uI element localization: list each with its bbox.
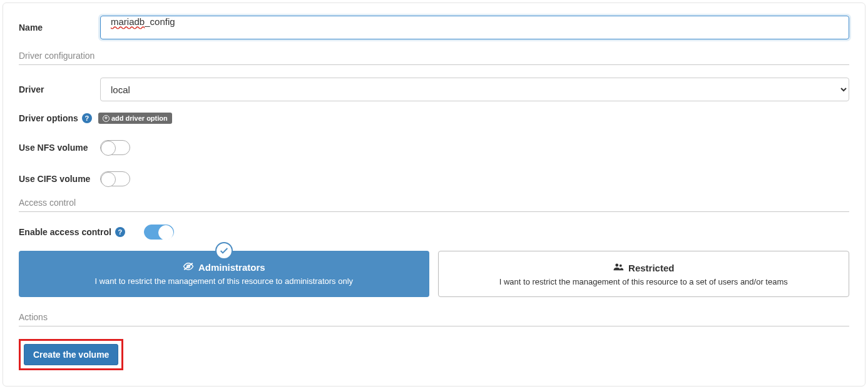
nfs-row: Use NFS volume	[19, 140, 849, 155]
enable-access-label: Enable access control	[19, 227, 111, 237]
access-card-administrators[interactable]: Administrators I want to restrict the ma…	[19, 251, 429, 297]
access-options-row: Administrators I want to restrict the ma…	[19, 251, 849, 297]
name-row: Name mariadb_config	[19, 16, 849, 39]
card-desc-text: I want to restrict the management of thi…	[446, 277, 842, 286]
driver-row: Driver local	[19, 78, 849, 101]
check-icon	[215, 242, 233, 260]
card-desc-text: I want to restrict the management of thi…	[26, 276, 422, 286]
cifs-row: Use CIFS volume	[19, 171, 849, 186]
plus-icon: +	[103, 115, 110, 122]
help-icon[interactable]: ?	[82, 113, 92, 123]
cifs-label: Use CIFS volume	[19, 174, 100, 184]
nfs-label: Use NFS volume	[19, 143, 100, 153]
access-card-restricted[interactable]: Restricted I want to restrict the manage…	[438, 251, 850, 297]
card-title-text: Restricted	[628, 263, 674, 273]
highlight-box: Create the volume	[19, 339, 123, 370]
users-icon	[613, 263, 624, 273]
name-input[interactable]: mariadb_config	[100, 16, 849, 39]
driver-label: Driver	[19, 84, 100, 94]
help-icon[interactable]: ?	[115, 227, 125, 237]
name-label: Name	[19, 23, 100, 33]
access-control-header: Access control	[19, 198, 849, 212]
volume-form-panel: Name mariadb_config Driver configuration…	[3, 3, 865, 386]
enable-access-row: Enable access control ?	[19, 225, 849, 240]
cifs-toggle[interactable]	[100, 171, 130, 186]
create-volume-button[interactable]: Create the volume	[24, 344, 118, 365]
add-driver-option-button[interactable]: + add driver option	[98, 113, 172, 124]
svg-point-3	[620, 265, 622, 267]
driver-options-label: Driver options	[19, 113, 78, 123]
eye-slash-icon	[183, 262, 194, 273]
actions-header: Actions	[19, 312, 849, 326]
driver-config-header: Driver configuration	[19, 51, 849, 65]
driver-options-row: Driver options ? + add driver option	[19, 113, 849, 124]
nfs-toggle[interactable]	[100, 140, 130, 155]
driver-select[interactable]: local	[100, 78, 849, 101]
enable-access-toggle[interactable]	[144, 225, 174, 240]
svg-point-2	[615, 264, 618, 267]
card-title-text: Administrators	[198, 262, 265, 273]
